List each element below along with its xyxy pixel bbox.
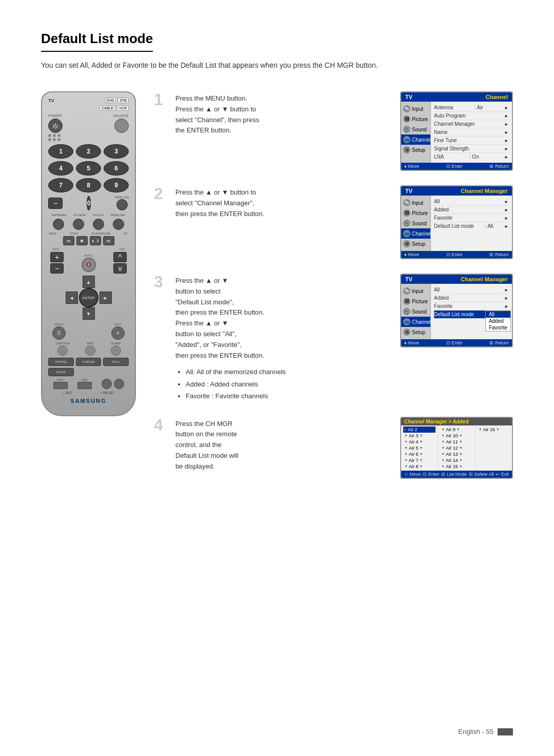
num-2-button[interactable]: 2 [76,144,101,159]
step2-sidebar-sound: 🔊 Sound [401,218,430,228]
step-2-number: 2 [154,185,166,202]
ff-button[interactable]: ⏭ [103,236,114,245]
step3-favorite-row: Favorite ► [434,302,509,311]
ch-air2: ▶ Air 2 [403,427,436,433]
favch-button[interactable] [93,219,104,230]
num-6-button[interactable]: 6 [104,161,129,176]
mts-button[interactable] [53,382,68,389]
nav-down-button[interactable]: ▼ [83,307,95,320]
enter-button[interactable]: ENTER [79,288,98,307]
step-2: 2 Press the ▲ or ▼ button to select "Cha… [154,185,513,259]
step2-sidebar-setup: ⚙ Setup [401,239,430,249]
num-1-button[interactable]: 1 [48,144,73,159]
psize-button[interactable]: P.SIZE [48,368,74,376]
vol-down-button[interactable]: − [50,263,64,274]
extra-btn1[interactable] [102,379,112,389]
ch-empty6 [478,438,510,439]
footer-text: English - 55 [458,728,493,735]
num-0-button[interactable]: 0 [87,196,91,210]
smode-button[interactable]: S.MODE [76,358,102,366]
remote-vcr-btn[interactable]: VCR [117,105,129,111]
extra-btn2[interactable] [114,379,124,389]
step1-screen-title: Channel [486,94,508,100]
mute-button[interactable]: 🔇 [82,258,96,272]
num-7-button[interactable]: 7 [48,178,73,192]
ch-up-button[interactable]: ^ [113,252,127,262]
step-3-screen: TV Channel Manager 📡 Input 🖼 Picture [400,274,513,347]
step1-sidebar-picture: 🖼 Picture [401,114,430,124]
info-label: INFO [87,342,94,345]
exit-button[interactable]: ✕ [111,326,125,340]
bullet-favorite: Favorite : Favorite channels [186,390,391,402]
num-9-button[interactable]: 9 [104,178,129,192]
step4-footer-exit: ↩ Exit [496,472,509,477]
stop-label: STOP [70,232,78,235]
step3-added-row: Added ► [434,294,509,302]
prech-button[interactable] [116,199,128,210]
reset-label: ○ RESET [100,391,115,395]
num-5-button[interactable]: 5 [76,161,101,176]
remote-cable-btn[interactable]: CABLE [100,105,115,111]
num-8-button[interactable]: 8 [76,178,101,192]
dash-button[interactable]: − [48,198,63,209]
nav-up-button[interactable]: ▲ [83,276,95,288]
samsung-logo: SAMSUNG [48,398,129,404]
sleep-button[interactable] [111,345,121,356]
step2-sidebar-channel: 📺 Channel [401,228,430,239]
vol-up-button[interactable]: + [50,252,64,262]
pmode-button[interactable]: P.MODE [48,358,74,366]
wiselink-button[interactable] [113,219,124,230]
step1-sidebar-sound: 🔊 Sound [401,124,430,134]
ch-air7: ▼ Air 7 ▼ [403,457,436,463]
remote-dvd-btn[interactable]: DVD [105,98,116,103]
source-button[interactable] [114,119,129,133]
step3-sidebar-channel: 📺 Channel [401,317,430,327]
ch-air11: ▼ Air 11 ▼ [440,439,472,445]
step4-header-title: Channel Manager > Added [404,419,468,424]
step-2-text: Press the ▲ or ▼ button to select "Chann… [175,185,391,219]
step3-screen-title: Channel Manager [461,276,508,282]
remote-tv-label: TV [48,98,54,103]
menu-button[interactable]: ☰ [52,326,66,340]
num-4-button[interactable]: 4 [48,161,73,176]
step-4: 4 Press the CH MGR button on the remote … [154,417,513,479]
srs-button[interactable] [77,382,92,389]
antenna-button[interactable] [53,219,64,230]
step2-footer-move: ♦ Move [404,252,419,257]
remote-control: TV DVD STB CABLE VCR POWER ⏻ [41,91,138,416]
nav-right-button[interactable]: ► [100,292,112,304]
ch-air12: ▼ Air 12 ▼ [440,445,472,451]
step4-footer-move: ☆ Move [404,472,421,477]
ch-air15: ▼ Air 15 ▼ [440,463,472,470]
still-button[interactable]: STILL [103,358,129,366]
step-1-screen: TV Channel 📡 Input 🖼 Picture [400,91,513,171]
step3-sidebar-sound: 🔊 Sound [401,306,430,317]
step4-footer-listmode: ⊟ List Mode [441,472,467,477]
dropdown-favorite: Favorite [486,324,510,331]
chmgr-label: CH MGR [73,214,86,217]
rew-button[interactable]: ⏮ [63,236,74,245]
ch-down-button[interactable]: v [113,263,127,274]
power-button[interactable]: ⏻ [48,119,63,133]
step3-footer-move: ♦ Move [404,340,419,345]
chmgr-button[interactable] [73,219,84,230]
step3-dropdown: All Added Favorite [485,311,511,332]
remote-stb-btn[interactable]: STB [117,98,129,103]
step-1-number: 1 [154,91,166,108]
stop-button[interactable]: ⏹ [76,236,88,245]
play-button[interactable]: ⏵⏸ [90,236,101,245]
caption-button[interactable] [57,345,68,356]
step3-footer-enter: ⊡ Enter [446,340,463,345]
num-3-button[interactable]: 3 [104,144,129,159]
steps-panel: 1 Press the MENU button. Press the ▲ or … [154,91,513,479]
step3-tv-label: TV [405,276,412,282]
info-button[interactable] [85,345,95,356]
nav-left-button[interactable]: ◄ [66,292,78,304]
numpad: 1 2 3 4 5 6 7 8 9 [48,144,129,192]
step1-tv-label: TV [405,94,412,100]
step4-footer-enter: ⊡ Enter [423,472,439,477]
power-label: POWER [48,114,62,118]
step1-autoprog-row: Auto Program ► [434,112,509,120]
step2-screen-title: Channel Manager [461,188,508,194]
ch-col-2: ▼ Air 9 ▼ ▼ Air 10 ▼ ▼ Air 11 ▼ ▼ Air 12… [438,425,475,471]
